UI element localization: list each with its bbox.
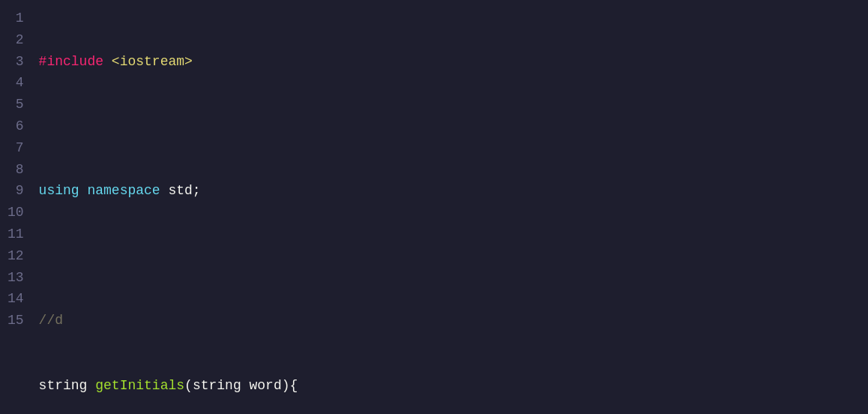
func-name: getInitials (95, 378, 184, 393)
header: <iostream> (112, 54, 193, 69)
code-line-3: using namespace std; (39, 180, 861, 202)
paren-open: ( (184, 378, 193, 393)
namespace-keyword: namespace (87, 183, 168, 198)
code-line-6: string getInitials(string word){ (39, 375, 861, 397)
preprocessor: #include (39, 54, 112, 69)
code-line-1: #include <iostream> (39, 51, 861, 73)
code-line-4 (39, 245, 861, 267)
code-editor: 1 2 3 4 5 6 7 8 9 10 11 12 13 14 15 #inc… (0, 0, 868, 414)
param-type: string (193, 378, 250, 393)
code-line-2 (39, 116, 861, 137)
using-keyword: using (39, 183, 88, 198)
paren-close: ){ (282, 378, 298, 393)
line-numbers: 1 2 3 4 5 6 7 8 9 10 11 12 13 14 15 (0, 8, 31, 406)
std: std; (168, 183, 200, 198)
code-line-5: //d (39, 310, 861, 332)
return-type: string (39, 378, 96, 393)
param-name: word (250, 378, 282, 393)
code-content[interactable]: #include <iostream> using namespace std;… (31, 8, 868, 406)
comment: //d (39, 313, 63, 328)
